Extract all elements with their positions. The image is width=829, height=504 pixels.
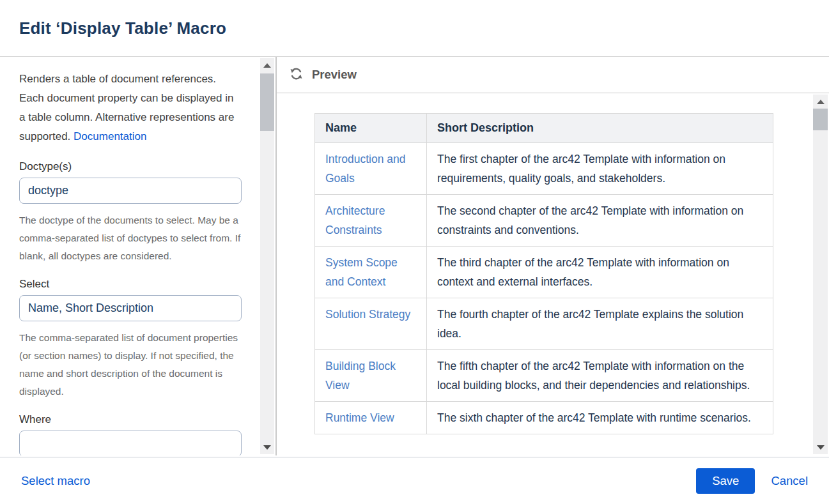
scroll-up-icon[interactable] — [813, 96, 828, 107]
description-cell: The first chapter of the arc42 Template … — [427, 143, 773, 195]
doc-link[interactable]: Building Block View — [325, 360, 396, 392]
name-cell: Solution Strategy — [315, 298, 427, 350]
dialog-footer: Select macro Save Cancel — [0, 457, 829, 504]
column-header-short-description: Short Description — [427, 114, 773, 143]
name-cell: Runtime View — [315, 402, 427, 434]
where-input[interactable] — [19, 431, 242, 455]
macro-description: Renders a table of document references. … — [19, 70, 242, 146]
left-panel-scrollbar[interactable] — [260, 58, 274, 454]
table-row: Building Block View The fifth chapter of… — [315, 350, 773, 402]
description-cell: The sixth chapter of the arc42 Template … — [427, 402, 773, 434]
doc-link[interactable]: Architecture Constraints — [325, 204, 385, 236]
save-button[interactable]: Save — [696, 468, 755, 494]
edit-macro-dialog: Edit ‘Display Table’ Macro Renders a tab… — [0, 0, 829, 504]
description-cell: The fourth chapter of the arc42 Template… — [427, 298, 773, 350]
preview-scrollbar-thumb[interactable] — [813, 109, 828, 130]
table-header-row: Name Short Description — [315, 114, 773, 143]
name-cell: Building Block View — [315, 350, 427, 402]
doctype-input[interactable] — [19, 178, 242, 204]
select-field-group: Select The comma-separated list of docum… — [19, 278, 242, 401]
dialog-header: Edit ‘Display Table’ Macro — [0, 0, 829, 57]
macro-params-panel: Renders a table of document references. … — [0, 57, 277, 455]
select-macro-link[interactable]: Select macro — [21, 474, 90, 488]
refresh-icon — [289, 66, 304, 83]
table-row: Introduction and Goals The first chapter… — [315, 143, 773, 195]
where-field-group: Where — [19, 413, 242, 455]
column-header-name: Name — [315, 114, 427, 143]
table-row: Architecture Constraints The second chap… — [315, 195, 773, 247]
name-cell: Introduction and Goals — [315, 143, 427, 195]
documentation-link[interactable]: Documentation — [74, 130, 146, 142]
scroll-up-icon[interactable] — [260, 60, 274, 70]
doc-link[interactable]: Introduction and Goals — [325, 153, 406, 185]
doctype-label: Doctype(s) — [19, 160, 242, 173]
scroll-down-icon[interactable] — [260, 442, 274, 452]
description-cell: The third chapter of the arc42 Template … — [427, 247, 773, 298]
preview-panel: Preview Name Short Description Introduct… — [277, 57, 829, 455]
doctype-help-text: The doctype of the documents to select. … — [19, 211, 242, 265]
refresh-preview-button[interactable] — [289, 66, 304, 83]
doctype-field-group: Doctype(s) The doctype of the documents … — [19, 160, 242, 265]
preview-scrollbar[interactable] — [813, 95, 828, 454]
preview-header: Preview — [277, 57, 829, 93]
doc-link[interactable]: Runtime View — [325, 411, 394, 424]
dialog-title: Edit ‘Display Table’ Macro — [19, 19, 226, 38]
name-cell: System Scope and Context — [315, 247, 427, 298]
scroll-down-icon[interactable] — [813, 442, 828, 452]
name-cell: Architecture Constraints — [315, 195, 427, 247]
table-row: System Scope and Context The third chapt… — [315, 247, 773, 298]
where-label: Where — [19, 413, 242, 426]
preview-content: Name Short Description Introduction and … — [277, 93, 829, 455]
doc-link[interactable]: Solution Strategy — [325, 308, 410, 321]
select-help-text: The comma-separated list of document pro… — [19, 329, 242, 401]
doc-link[interactable]: System Scope and Context — [325, 256, 398, 288]
table-row: Solution Strategy The fourth chapter of … — [315, 298, 773, 350]
table-row: Runtime View The sixth chapter of the ar… — [315, 402, 773, 434]
left-scrollbar-thumb[interactable] — [260, 73, 274, 131]
select-label: Select — [19, 278, 242, 291]
description-cell: The fifth chapter of the arc42 Template … — [427, 350, 773, 402]
macro-params-content: Renders a table of document references. … — [19, 70, 242, 455]
document-references-table: Name Short Description Introduction and … — [314, 113, 773, 434]
cancel-button[interactable]: Cancel — [771, 474, 808, 488]
description-cell: The second chapter of the arc42 Template… — [427, 195, 773, 247]
preview-title: Preview — [312, 68, 357, 82]
select-input[interactable] — [19, 295, 242, 321]
